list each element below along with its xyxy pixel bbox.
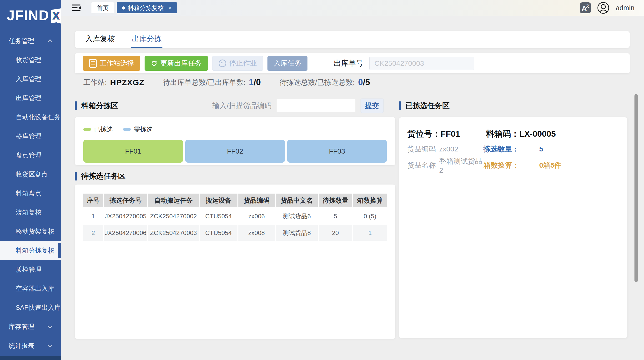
- collapse-sidebar-icon[interactable]: [72, 4, 81, 12]
- refresh-icon: [151, 60, 158, 67]
- logo-x-icon: X: [51, 8, 61, 24]
- legend-swatch: [123, 128, 131, 131]
- sidebar-item[interactable]: 装箱复核: [0, 203, 61, 222]
- inbound-task-button[interactable]: 入库任务: [268, 56, 308, 71]
- sidebar-item[interactable]: 质检管理: [0, 260, 61, 279]
- vertical-scrollbar[interactable]: [634, 94, 638, 282]
- sidebar-item-label: 收货区盘点: [16, 170, 48, 178]
- table-cell: 20: [319, 225, 352, 241]
- username: admin: [616, 4, 634, 12]
- sidebar-section[interactable]: 库存管理: [0, 317, 61, 336]
- legend-entry: 已拣选: [83, 125, 113, 134]
- toolbar: 工作站选择 更新出库任务 停止作业 入库任务 出库单号: [75, 53, 630, 73]
- name-label: 货品名称: [407, 160, 439, 170]
- pending-tasks-card: 序号拣选任务号自动搬运任务搬运设备货品编码货品中文名待拣数量箱数换算 1JX25…: [75, 184, 395, 339]
- table-cell: zx008: [238, 225, 275, 241]
- chevron-up-icon: [48, 39, 53, 45]
- sidebar-item[interactable]: 空容器出入库: [0, 279, 61, 298]
- legend: 已拣选需拣选: [83, 125, 387, 134]
- sidebar-item-label: 自动化设备任务: [16, 113, 61, 122]
- sidebar-section[interactable]: 统计报表: [0, 336, 61, 355]
- tab-inbound-review[interactable]: 入库复核: [84, 31, 116, 48]
- sidebar-footer-strip: [0, 356, 61, 360]
- bin-sorting-card: 已拣选需拣选 FF01FF02FF03: [75, 117, 395, 165]
- sidebar-item[interactable]: 料箱分拣复核: [0, 241, 61, 260]
- bin-boxes: FF01FF02FF03: [83, 140, 387, 162]
- section-bar: [75, 102, 77, 110]
- outbound-order-input[interactable]: [370, 57, 474, 70]
- scan-sku-input[interactable]: [277, 99, 355, 112]
- picked-name-row: 货品名称 整箱测试货品2 箱数换算： 0箱5件: [407, 156, 619, 171]
- language-icon[interactable]: A 文: [580, 2, 591, 13]
- column-header: 待拣数量: [319, 194, 352, 208]
- sidebar-item[interactable]: 移库管理: [0, 127, 61, 146]
- sidebar-section[interactable]: 任务管理: [0, 32, 61, 50]
- picked-slot-row: 货位号：FF01 料箱码：LX-00005: [407, 126, 619, 142]
- stop-icon: [219, 60, 226, 67]
- sidebar-item-label: 质检管理: [16, 265, 42, 274]
- station-select-button[interactable]: 工作站选择: [83, 56, 140, 71]
- section-bar: [75, 172, 77, 180]
- scan-sku-label: 输入/扫描货品编码: [212, 101, 272, 111]
- sidebar-item-label: 入库管理: [16, 75, 42, 83]
- table-cell: 5: [319, 208, 352, 224]
- stats-row: 工作站: HPZXGZ 待出库单总数/已出库单数: 1/0 待拣选总数/已拣选总…: [75, 76, 630, 89]
- refresh-outbound-tasks-button[interactable]: 更新出库任务: [144, 56, 208, 71]
- tab-close-icon[interactable]: ×: [168, 4, 172, 11]
- topbar: 首页 料箱分拣复核 × A 文 admin: [61, 0, 644, 16]
- sidebar-item[interactable]: 收货管理: [0, 50, 61, 70]
- bin-box[interactable]: FF02: [185, 140, 285, 162]
- table-cell: 测试货品6: [276, 208, 318, 224]
- chevron-down-icon: [48, 323, 53, 329]
- table-cell: JX2504270006: [104, 225, 147, 241]
- sidebar-item[interactable]: 料箱盘点: [0, 184, 61, 203]
- tab-outbound-sorting[interactable]: 出库分拣: [131, 31, 162, 48]
- tab-home-label: 首页: [97, 4, 108, 12]
- tab-home[interactable]: 首页: [92, 2, 114, 13]
- sidebar: JFIND X 任务管理收货管理入库管理出库管理自动化设备任务移库管理盘点管理收…: [0, 0, 61, 360]
- tab-active-label: 料箱分拣复核: [128, 4, 164, 12]
- sidebar-item[interactable]: SAP快速出入库: [0, 298, 61, 317]
- table-cell: 1: [83, 208, 103, 224]
- bin-box[interactable]: FF03: [287, 140, 387, 162]
- table-row[interactable]: 1JX2504270005ZCK2504270002CTU5054zx006测试…: [83, 208, 387, 224]
- sidebar-item-label: 收货管理: [16, 56, 42, 64]
- stop-job-button[interactable]: 停止作业: [212, 56, 263, 71]
- station-label: 工作站:: [83, 78, 107, 88]
- active-indicator: [58, 243, 61, 258]
- sidebar-section-label: 任务管理: [8, 37, 34, 45]
- outbound-order-label: 出库单号: [334, 58, 363, 68]
- bin-box[interactable]: FF01: [83, 140, 183, 162]
- sidebar-item[interactable]: 移动货架复核: [0, 222, 61, 241]
- table-body: 1JX2504270005ZCK2504270002CTU5054zx006测试…: [83, 208, 387, 241]
- column-header: 搬运设备: [200, 194, 238, 208]
- user-avatar-icon[interactable]: [597, 2, 610, 14]
- tab-active-page[interactable]: 料箱分拣复核 ×: [117, 2, 177, 13]
- column-header: 拣选任务号: [104, 194, 147, 208]
- sidebar-item[interactable]: 收货区盘点: [0, 165, 61, 184]
- conversion-value: 0箱5件: [532, 160, 619, 170]
- table-cell: 1: [353, 225, 387, 241]
- column-header: 货品中文名: [276, 194, 318, 208]
- legend-entry: 需拣选: [123, 125, 152, 134]
- sidebar-item[interactable]: 出库管理: [0, 88, 61, 108]
- sidebar-item[interactable]: 盘点管理: [0, 146, 61, 165]
- picking-count-label: 待拣选总数/已拣选总数:: [279, 78, 355, 88]
- column-header: 货品编码: [238, 194, 275, 208]
- station-value: HPZXGZ: [110, 78, 144, 87]
- topbar-right: A 文 admin: [580, 2, 634, 14]
- table-header-row: 序号拣选任务号自动搬运任务搬运设备货品编码货品中文名待拣数量箱数换算: [83, 194, 387, 208]
- table-cell: 2: [83, 225, 103, 241]
- sidebar-item[interactable]: 自动化设备任务: [0, 108, 61, 127]
- workstation-icon: [89, 59, 97, 68]
- sidebar-section-label: 统计报表: [8, 342, 34, 350]
- logo-text: JFIND: [7, 8, 49, 22]
- sidebar-item[interactable]: 入库管理: [0, 70, 61, 88]
- legend-label: 需拣选: [134, 125, 152, 134]
- submit-button[interactable]: 提交: [360, 98, 384, 113]
- table-cell: zx006: [238, 208, 275, 224]
- sidebar-item-label: 空容器出入库: [16, 284, 54, 293]
- table-cell: ZCK2504270002: [148, 208, 199, 224]
- slot-number: 货位号：FF01: [407, 128, 486, 140]
- table-row[interactable]: 2JX2504270006ZCK2504270003CTU5054zx008测试…: [83, 225, 387, 241]
